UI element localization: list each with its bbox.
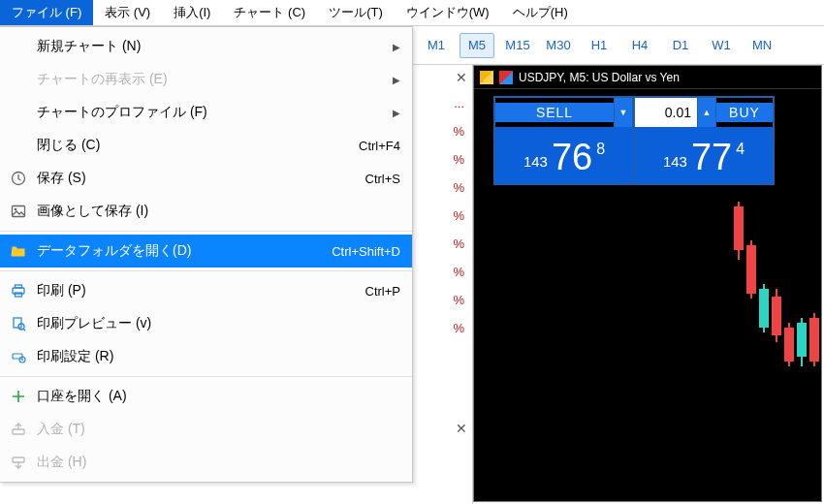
timeframe-m5[interactable]: M5 — [460, 33, 494, 58]
save-icon — [8, 171, 29, 186]
chart-logo-icon — [480, 71, 493, 84]
menu-view[interactable]: 表示 (V) — [93, 0, 162, 25]
menu-save[interactable]: 保存 (S) Ctrl+S — [0, 162, 412, 195]
ask-tick: 4 — [736, 141, 745, 158]
market-watch-row[interactable]: % — [413, 265, 472, 293]
market-watch-row[interactable]: % — [413, 236, 472, 265]
submenu-arrow-icon: ▶ — [393, 108, 400, 118]
menu-open-account-label: 口座を開く (A) — [37, 388, 400, 405]
buy-button[interactable]: BUY — [719, 103, 770, 122]
svg-rect-4 — [16, 285, 22, 288]
bid-big: 76 — [552, 139, 592, 175]
chart-title-text: USDJPY, M5: US Dollar vs Yen — [519, 71, 680, 84]
menu-deposit-label: 入金 (T) — [37, 421, 400, 438]
menu-separator — [0, 231, 412, 232]
print-settings-icon — [8, 349, 29, 364]
market-watch-panel: ✕ ... % % % % % % % % ✕ — [413, 65, 473, 504]
menu-window[interactable]: ウインドウ(W) — [395, 0, 501, 25]
withdraw-icon — [8, 455, 29, 470]
svg-rect-12 — [13, 457, 24, 462]
market-watch-row[interactable]: % — [413, 208, 472, 236]
menu-print-shortcut: Ctrl+P — [365, 284, 400, 299]
menu-print[interactable]: 印刷 (P) Ctrl+P — [0, 274, 412, 307]
market-watch-row[interactable]: % — [413, 152, 472, 180]
printer-icon — [8, 283, 29, 299]
close-icon[interactable]: ✕ — [456, 421, 467, 436]
menu-print-setup-label: 印刷設定 (R) — [37, 348, 400, 365]
timeframe-m15[interactable]: M15 — [500, 33, 535, 58]
menu-chart-profile[interactable]: チャートのプロファイル (F) ▶ — [0, 96, 412, 129]
buy-panel[interactable]: 0.01 ▲ BUY 143 77 4 — [635, 96, 775, 185]
market-watch-row[interactable]: % — [413, 124, 472, 152]
image-icon — [8, 204, 29, 219]
file-dropdown: 新規チャート (N) ▶ チャートの再表示 (E) ▶ チャートのプロファイル … — [0, 26, 413, 483]
timeframe-h1[interactable]: H1 — [582, 33, 617, 58]
menu-chart[interactable]: チャート (C) — [222, 0, 317, 25]
chart-title-bar: USDJPY, M5: US Dollar vs Yen — [474, 66, 821, 89]
menu-save-label: 保存 (S) — [37, 170, 365, 187]
timeframe-m30[interactable]: M30 — [541, 33, 576, 58]
menu-print-label: 印刷 (P) — [37, 282, 365, 299]
menu-save-image[interactable]: 画像として保存 (I) — [0, 195, 412, 228]
menu-print-preview[interactable]: 印刷プレビュー (v) — [0, 307, 412, 340]
menu-tools[interactable]: ツール(T) — [317, 0, 395, 25]
chart-panel[interactable]: USDJPY, M5: US Dollar vs Yen SELL ▼ 143 … — [473, 65, 822, 502]
menu-open-account[interactable]: 口座を開く (A) — [0, 380, 412, 413]
sell-button[interactable]: SELL — [526, 103, 583, 122]
menu-reopen-chart[interactable]: チャートの再表示 (E) ▶ — [0, 63, 412, 96]
menu-print-setup[interactable]: 印刷設定 (R) — [0, 340, 412, 373]
menu-new-chart-label: 新規チャート (N) — [37, 38, 393, 55]
timeframe-m1[interactable]: M1 — [419, 33, 454, 58]
plus-icon — [8, 390, 29, 403]
market-watch-row[interactable]: % — [413, 180, 472, 208]
bid-handle: 143 — [523, 153, 548, 170]
menu-close-chart[interactable]: 閉じる (C) Ctrl+F4 — [0, 129, 412, 162]
menu-open-data-folder-label: データフォルダを開く(D) — [37, 242, 332, 260]
bid-tick: 8 — [596, 141, 605, 158]
svg-rect-6 — [14, 318, 21, 328]
market-watch-list: ... % % % % % % % % — [413, 96, 472, 349]
print-preview-icon — [8, 316, 29, 331]
chart-logo-icon — [499, 71, 513, 84]
close-icon[interactable]: ✕ — [456, 70, 467, 85]
menu-insert[interactable]: 挿入(I) — [162, 0, 222, 25]
market-watch-row[interactable]: ... — [413, 96, 472, 124]
svg-rect-11 — [13, 429, 24, 434]
folder-icon — [8, 243, 29, 259]
svg-point-10 — [21, 359, 23, 361]
menu-deposit[interactable]: 入金 (T) — [0, 413, 412, 446]
menu-save-image-label: 画像として保存 (I) — [37, 203, 400, 220]
svg-rect-8 — [13, 354, 22, 359]
chevron-up-icon[interactable]: ▲ — [697, 98, 716, 127]
menu-separator — [0, 376, 412, 377]
menu-open-data-folder[interactable]: データフォルダを開く(D) Ctrl+Shift+D — [0, 235, 412, 268]
deposit-icon — [8, 422, 29, 437]
lot-input[interactable]: 0.01 — [635, 98, 697, 127]
menu-file[interactable]: ファイル (F) — [0, 0, 93, 25]
menu-close-shortcut: Ctrl+F4 — [359, 139, 400, 153]
timeframe-mn[interactable]: MN — [745, 33, 779, 58]
market-watch-row[interactable]: % — [413, 293, 472, 321]
chevron-down-icon[interactable]: ▼ — [614, 98, 633, 127]
menu-new-chart[interactable]: 新規チャート (N) ▶ — [0, 30, 412, 63]
timeframe-d1[interactable]: D1 — [663, 33, 698, 58]
menu-withdraw[interactable]: 出金 (H) — [0, 446, 412, 479]
menu-bar: ファイル (F) 表示 (V) 挿入(I) チャート (C) ツール(T) ウイ… — [0, 0, 824, 26]
menu-help[interactable]: ヘルプ(H) — [501, 0, 580, 25]
svg-point-2 — [15, 208, 17, 211]
sell-panel[interactable]: SELL ▼ 143 76 8 — [493, 96, 635, 185]
timeframe-h4[interactable]: H4 — [622, 33, 657, 58]
trade-ticket: SELL ▼ 143 76 8 0.01 ▲ BUY 143 77 — [493, 96, 775, 185]
timeframe-bar: M1 M5 M15 M30 H1 H4 D1 W1 MN — [413, 26, 824, 65]
menu-print-preview-label: 印刷プレビュー (v) — [37, 315, 400, 332]
menu-chart-profile-label: チャートのプロファイル (F) — [37, 104, 393, 121]
market-watch-row[interactable]: % — [413, 321, 472, 349]
svg-rect-1 — [13, 206, 25, 217]
submenu-arrow-icon: ▶ — [393, 42, 400, 52]
ask-big: 77 — [691, 139, 732, 175]
menu-save-shortcut: Ctrl+S — [365, 172, 400, 186]
ask-handle: 143 — [663, 153, 687, 170]
menu-withdraw-label: 出金 (H) — [37, 454, 400, 471]
submenu-arrow-icon: ▶ — [393, 75, 400, 85]
timeframe-w1[interactable]: W1 — [704, 33, 739, 58]
